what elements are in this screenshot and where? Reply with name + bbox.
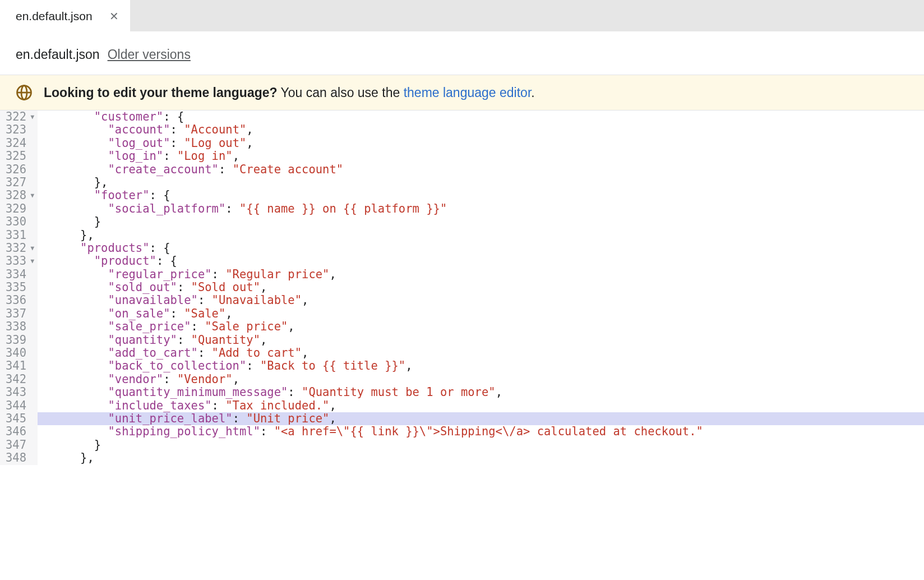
code-line[interactable]: "products": { (38, 242, 924, 255)
tab-bar: en.default.json ✕ (0, 0, 924, 31)
close-icon[interactable]: ✕ (109, 10, 119, 23)
line-number: 343 (6, 386, 34, 399)
fold-arrow-icon[interactable]: ▼ (28, 111, 34, 123)
line-number: 345 (6, 412, 34, 425)
line-number: 335 (6, 281, 34, 294)
line-number: 348 (6, 452, 34, 464)
line-number: 327 (6, 176, 34, 189)
banner-rest: You can also use the (278, 85, 404, 100)
info-banner: Looking to edit your theme language? You… (0, 75, 924, 111)
code-line[interactable]: "regular_price": "Regular price", (38, 268, 924, 281)
code-line[interactable]: } (38, 215, 924, 228)
file-title: en.default.json (16, 47, 100, 62)
line-number: 323 (6, 123, 34, 136)
code-line[interactable]: "create_account": "Create account" (38, 163, 924, 176)
tab-file[interactable]: en.default.json ✕ (0, 0, 130, 31)
code-line[interactable]: "quantity": "Quantity", (38, 334, 924, 347)
code-line[interactable]: }, (38, 176, 924, 189)
code-line[interactable]: "unit_price_label": "Unit price", (38, 412, 924, 425)
line-number: 322▼ (6, 111, 34, 123)
code-line[interactable]: "shipping_policy_html": "<a href=\"{{ li… (38, 425, 924, 438)
banner-period: . (531, 85, 534, 100)
line-number-gutter: 322▼323324325326327328▼329330331332▼333▼… (0, 111, 38, 465)
code-line[interactable]: "back_to_collection": "Back to {{ title … (38, 360, 924, 372)
line-number: 339 (6, 334, 34, 347)
line-number: 331 (6, 229, 34, 242)
code-line[interactable]: } (38, 439, 924, 452)
theme-language-editor-link[interactable]: theme language editor (404, 85, 532, 100)
globe-icon (16, 84, 33, 101)
code-line[interactable]: "product": { (38, 255, 924, 268)
line-number: 326 (6, 163, 34, 176)
code-line[interactable]: "vendor": "Vendor", (38, 373, 924, 386)
line-number: 344 (6, 399, 34, 412)
fold-arrow-icon[interactable]: ▼ (28, 255, 34, 268)
code-line[interactable]: "on_sale": "Sale", (38, 307, 924, 320)
code-line[interactable]: "add_to_cart": "Add to cart", (38, 347, 924, 360)
line-number: 325 (6, 150, 34, 163)
line-number: 347 (6, 439, 34, 452)
file-subheader: en.default.json Older versions (0, 31, 924, 75)
line-number: 333▼ (6, 255, 34, 268)
code-line[interactable]: "sale_price": "Sale price", (38, 320, 924, 333)
line-number: 337 (6, 307, 34, 320)
code-line[interactable]: "sold_out": "Sold out", (38, 281, 924, 294)
code-line[interactable]: "quantity_minimum_message": "Quantity mu… (38, 386, 924, 399)
line-number: 329 (6, 202, 34, 215)
line-number: 338 (6, 320, 34, 333)
line-number: 324 (6, 137, 34, 150)
code-line[interactable]: "unavailable": "Unavailable", (38, 294, 924, 307)
code-line[interactable]: "account": "Account", (38, 123, 924, 136)
line-number: 346 (6, 425, 34, 438)
banner-text: Looking to edit your theme language? You… (44, 85, 535, 100)
tab-label: en.default.json (16, 10, 93, 23)
banner-bold: Looking to edit your theme language? (44, 85, 278, 100)
code-line[interactable]: "include_taxes": "Tax included.", (38, 399, 924, 412)
code-editor[interactable]: 322▼323324325326327328▼329330331332▼333▼… (0, 111, 924, 465)
code-line[interactable]: "log_in": "Log in", (38, 150, 924, 163)
line-number: 341 (6, 360, 34, 372)
line-number: 334 (6, 268, 34, 281)
fold-arrow-icon[interactable]: ▼ (28, 242, 34, 255)
older-versions-link[interactable]: Older versions (108, 47, 191, 62)
code-line[interactable]: "customer": { (38, 111, 924, 123)
code-line[interactable]: }, (38, 452, 924, 464)
code-area[interactable]: "customer": { "account": "Account", "log… (38, 111, 924, 465)
code-line[interactable]: "footer": { (38, 189, 924, 202)
code-line[interactable]: }, (38, 229, 924, 242)
code-line[interactable]: "log_out": "Log out", (38, 137, 924, 150)
fold-arrow-icon[interactable]: ▼ (28, 189, 34, 202)
line-number: 332▼ (6, 242, 34, 255)
line-number: 340 (6, 347, 34, 360)
line-number: 328▼ (6, 189, 34, 202)
line-number: 330 (6, 215, 34, 228)
line-number: 336 (6, 294, 34, 307)
code-line[interactable]: "social_platform": "{{ name }} on {{ pla… (38, 202, 924, 215)
line-number: 342 (6, 373, 34, 386)
